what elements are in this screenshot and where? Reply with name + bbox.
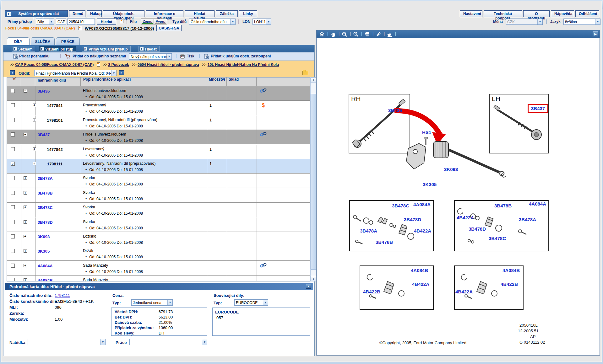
header-stock[interactable]: Sklad — [227, 78, 257, 86]
section-next-button[interactable]: ► — [119, 70, 124, 75]
row-checkbox[interactable] — [11, 220, 15, 224]
copy-page-icon[interactable] — [120, 19, 123, 23]
breadcrumb-item[interactable]: 2 Podvozek — [108, 62, 129, 67]
language-select[interactable]: čeština▼ — [563, 19, 600, 25]
diagram-part-label[interactable]: 3K305 — [423, 182, 437, 187]
tab-prace[interactable]: PRÁCE — [56, 37, 80, 45]
row-checkbox[interactable] — [11, 118, 15, 122]
vehicle-doc-icon[interactable] — [79, 26, 82, 30]
part-number-link[interactable]: 3B478C — [38, 205, 53, 210]
pan-hand-icon[interactable] — [330, 31, 336, 37]
row-checkbox[interactable] — [11, 176, 15, 180]
row-checkbox[interactable] — [11, 234, 15, 238]
menu-domu-button[interactable]: Domů — [69, 10, 85, 17]
diagram-part-label[interactable]: 4A084B — [503, 268, 520, 273]
row-checkbox[interactable] — [11, 249, 15, 253]
menu-odhlaseni-button[interactable]: Odhlášení — [575, 10, 599, 17]
table-row[interactable]: +4A084ASada ManzetyOd: 04-10-2005 Do: 15… — [7, 261, 310, 276]
print-icon[interactable] — [364, 31, 370, 37]
row-checkbox[interactable] — [11, 264, 15, 268]
offer-select[interactable]: ▼ — [28, 339, 106, 345]
table-row[interactable]: +3B478BSvorkaOd: 04-10-2005 Do: 15-01-20… — [7, 188, 310, 203]
vin-link[interactable]: WF03XXGCD36G08817 (10-12-2006) — [85, 26, 154, 31]
row-checkbox[interactable] — [11, 205, 15, 209]
table-scrollbar[interactable]: ∧ ∨ — [310, 77, 317, 281]
collapse-icon[interactable]: − — [24, 89, 27, 93]
table-row[interactable]: −3B436Hřídel s univerz.kloubemOd: 04-10-… — [7, 86, 310, 101]
diagram-part-label[interactable]: 4A084A — [413, 202, 431, 207]
menu-informace-o-soucasti-button[interactable]: Informace o součásti — [146, 10, 183, 17]
menu-linky-button[interactable]: Linky — [239, 10, 257, 17]
menu-udaje-obch-zastoupeni-button[interactable]: Údaje obch. zastoupení — [103, 10, 144, 17]
table-row[interactable]: +3B478CSvorkaOd: 04-10-2005 Do: 15-01-20… — [7, 203, 310, 217]
menu-nastaveni-button[interactable]: Nastavení — [460, 10, 482, 17]
part-number-detail-link[interactable]: 1798111 — [55, 293, 70, 298]
breadcrumb-item[interactable]: CAP Focus 04-08/Focus C-MAX 03-07 (CAP) — [15, 62, 94, 67]
menu-napoveda-button[interactable]: Nápověda — [551, 10, 574, 17]
expand-icon[interactable]: + — [24, 278, 27, 281]
zoom-in-icon[interactable] — [342, 31, 347, 37]
table-row[interactable]: +3K093LožiskoOd: 04-10-2005 Do: 15-01-20… — [7, 232, 310, 246]
scroll-up-button[interactable]: ∧ — [311, 78, 316, 83]
table-row[interactable]: −3B437Hřídel s univerz.kloubemOd: 04-10-… — [7, 130, 310, 144]
table-row[interactable]: +3B478ASvorkaOd: 04-10-2005 Do: 15-01-20… — [7, 174, 310, 188]
table-row[interactable]: ✓+1798111Levostranný, Náhradní díl (přep… — [7, 159, 310, 174]
vehicle-model-link[interactable]: Focus 04-08/Focus C-MAX 03-07 (CAP) — [5, 26, 75, 30]
lon-select[interactable]: LON11▼ — [253, 19, 271, 25]
diagram-part-label[interactable]: 3B478C — [489, 236, 506, 241]
dollar-icon[interactable]: $ — [262, 103, 265, 108]
expand-icon[interactable]: + — [24, 249, 27, 253]
menu-o-programu-button[interactable]: O programu — [523, 10, 550, 17]
part-number-link[interactable]: 3B436 — [38, 89, 50, 94]
diagram-part-label[interactable]: 4B422A — [414, 228, 431, 233]
view-seznam-button[interactable]: ▶Seznam — [12, 46, 35, 52]
row-checkbox[interactable] — [11, 89, 15, 93]
part-number-link[interactable]: 3K305 — [38, 249, 50, 254]
scrollbar-thumb[interactable] — [311, 94, 316, 270]
row-checkbox[interactable] — [11, 147, 15, 151]
diagram-part-label[interactable]: 4B422A — [455, 289, 473, 294]
oasis-fsa-button[interactable]: OASIS-FSA — [156, 25, 182, 31]
header-description[interactable]: Popis/Informace o aplikaci — [81, 78, 207, 86]
diagram-part-label[interactable]: 4A084A — [529, 201, 546, 206]
filter-off-button[interactable]: Vypn. — [154, 19, 167, 24]
tab-dily[interactable]: DÍLY — [7, 37, 30, 45]
part-number-link[interactable]: 4A084B — [38, 278, 53, 281]
direct-access-select[interactable]: Díly▼ — [36, 19, 54, 25]
breadcrumb-item[interactable]: 0504 Hnací hřídel - přední náprava — [138, 62, 199, 67]
table-row[interactable]: +3B478DSvorkaOd: 04-10-2005 Do: 15-01-20… — [7, 217, 310, 232]
part-number-link[interactable]: 3B478B — [38, 191, 53, 195]
view-vizualni-button[interactable]: ▶Vizuální přístup — [39, 46, 76, 52]
diagram-part-label[interactable]: 3B478B — [376, 239, 393, 245]
view-primy-vizualni-button[interactable]: ▶Přímý vizuální přístup — [82, 46, 131, 52]
row-checkbox[interactable] — [11, 103, 15, 107]
table-row[interactable]: +4A084BSada ManzetyOd: 04-10-2005 Do: 15… — [7, 276, 310, 281]
row-checkbox[interactable] — [11, 191, 15, 195]
related-type-select[interactable]: EUROCODE▼ — [234, 299, 268, 306]
row-checkbox[interactable]: ✓ — [11, 162, 15, 166]
diagram-part-label[interactable]: 3B478C — [392, 203, 409, 208]
labor-select[interactable]: ▼ — [129, 339, 207, 345]
part-number-link[interactable]: 3B478A — [38, 176, 53, 181]
diagram-part-label[interactable]: 3B436 — [388, 108, 402, 113]
table-row[interactable]: +1798101Pravostranný, Náhradní díl (přep… — [7, 115, 310, 130]
row-checkbox[interactable] — [11, 278, 15, 281]
part-type-select[interactable]: Číslo náhradního dílu▼ — [189, 19, 236, 25]
diagram-part-label[interactable]: 3K093 — [444, 167, 458, 172]
eraser-icon[interactable] — [387, 31, 393, 37]
diagram-part-label[interactable]: 4B422B — [363, 289, 380, 294]
part-number-link[interactable]: 3B437 — [38, 132, 50, 137]
table-row[interactable]: +1477842LevostrannýOd: 04-10-2005 Do: 15… — [7, 145, 310, 159]
zoom-out-icon[interactable] — [353, 31, 359, 37]
menu-zalozka-button[interactable]: Záložka — [216, 10, 238, 17]
tab-sluzba[interactable]: SLUŽBA — [31, 37, 55, 45]
chain-link-icon[interactable] — [260, 263, 267, 269]
arrow-right-icon[interactable]: ▶ — [593, 31, 598, 37]
view-hledat-button[interactable]: ▶Hledat — [139, 46, 160, 52]
diagram-part-label[interactable]: 4B422A — [412, 281, 429, 287]
expand-icon[interactable]: + — [24, 264, 27, 267]
menu-hledat-vsude-button[interactable]: Hledat všude — [185, 10, 215, 17]
section-select[interactable]: Hnací Hjřídel-Náhon Na Přední Kola, Od: … — [34, 70, 117, 76]
collapse-panel-icon[interactable]: ▼ — [306, 284, 311, 289]
currency-select[interactable]: CZK▼ — [506, 19, 543, 25]
